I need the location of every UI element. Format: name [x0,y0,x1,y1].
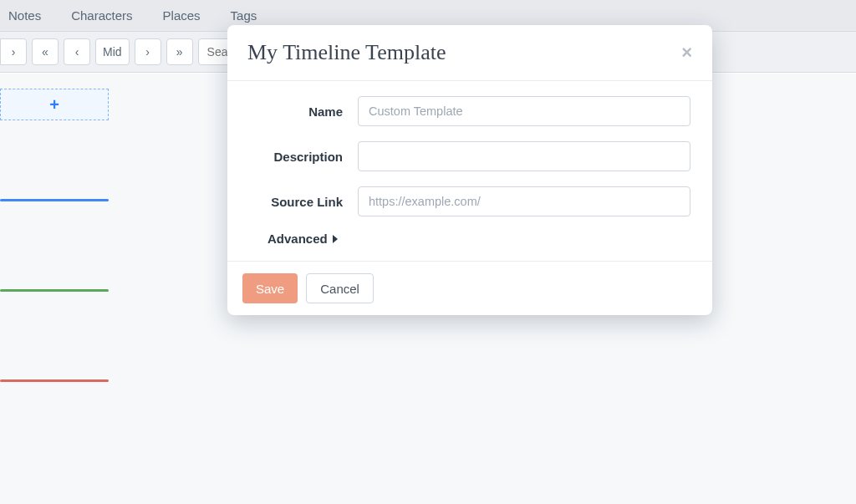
caret-right-icon [333,235,338,243]
description-input[interactable] [358,141,690,171]
form-row-name: Name [249,96,690,126]
modal-backdrop: My Timeline Template × Name Description … [0,0,856,504]
advanced-label: Advanced [268,232,328,246]
name-input[interactable] [358,96,690,126]
modal-footer: Save Cancel [227,261,712,315]
form-row-source: Source Link [249,186,690,216]
label-name: Name [249,104,358,119]
label-source: Source Link [249,195,358,209]
modal-header: My Timeline Template × [227,25,712,81]
form-row-description: Description [249,141,690,171]
modal-title: My Timeline Template [247,40,446,65]
close-icon[interactable]: × [681,43,692,62]
modal-body: Name Description Source Link Advanced [227,81,712,261]
label-description: Description [249,150,358,164]
cancel-button[interactable]: Cancel [306,273,374,303]
source-link-input[interactable] [358,186,690,216]
timeline-template-modal: My Timeline Template × Name Description … [227,25,712,315]
save-button[interactable]: Save [242,273,298,303]
advanced-toggle[interactable]: Advanced [268,232,690,246]
